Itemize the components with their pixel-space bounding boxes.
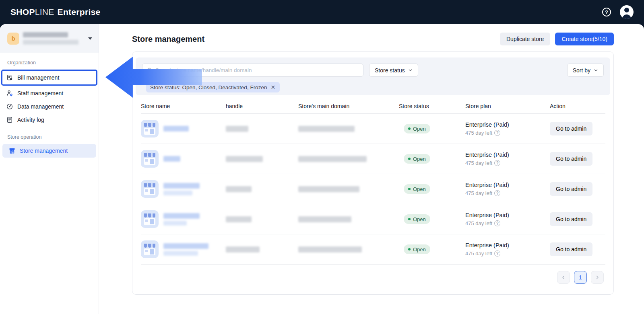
app-shell: b Organization Bill management Staff man…	[0, 24, 644, 314]
chevron-down-icon	[408, 68, 413, 72]
search-icon	[147, 67, 153, 73]
sidebar-item-label: Store management	[20, 148, 68, 154]
main-domain-redacted	[298, 156, 367, 162]
sidebar-item-activity-log[interactable]: Activity log	[0, 113, 99, 126]
plan-days-left: 475 day left	[465, 190, 492, 196]
question-icon[interactable]: ?	[494, 250, 500, 257]
table-row: Open Enterprise (Paid) 475 day left? Go …	[141, 174, 605, 204]
organization-avatar: b	[7, 33, 19, 45]
logo-enterprise: Enterprise	[58, 7, 101, 17]
filter-panel: Store status Sort by Store status: Open,…	[136, 57, 610, 95]
status-dot-icon	[408, 248, 411, 250]
organization-name-redacted	[23, 32, 78, 45]
go-to-admin-button[interactable]: Go to admin	[550, 152, 592, 166]
top-bar: SHOPLINEEnterprise ?	[0, 0, 644, 24]
section-label-organization: Organization	[0, 58, 99, 70]
main-content: Store management Duplicate store Create …	[99, 24, 644, 314]
search-box	[142, 64, 363, 77]
sort-by-dropdown-label: Sort by	[573, 67, 590, 74]
duplicate-store-button[interactable]: Duplicate store	[500, 33, 550, 45]
main-domain-redacted	[298, 186, 359, 192]
data-icon	[6, 103, 13, 110]
store-plan-name: Enterprise (Paid)	[465, 152, 550, 158]
handle-redacted	[226, 216, 252, 222]
question-icon[interactable]: ?	[494, 130, 500, 136]
sidebar-item-label: Data management	[17, 103, 64, 110]
help-icon[interactable]: ?	[602, 8, 611, 16]
prev-page-button[interactable]	[557, 271, 570, 284]
table-row: Open Enterprise (Paid) 475 day left? Go …	[141, 144, 605, 174]
go-to-admin-button[interactable]: Go to admin	[550, 182, 592, 196]
section-label-store-operation: Store operation	[0, 133, 99, 144]
sidebar-item-label: Staff management	[17, 90, 63, 96]
question-icon[interactable]: ?	[494, 190, 500, 196]
store-name-redacted[interactable]	[163, 243, 208, 256]
activity-log-icon	[6, 116, 13, 123]
sidebar-item-staff-management[interactable]: Staff management	[0, 86, 99, 100]
create-store-button[interactable]: Create store(5/10)	[555, 33, 614, 45]
status-dot-icon	[408, 218, 411, 220]
page-title: Store management	[132, 35, 204, 44]
store-plan-name: Enterprise (Paid)	[465, 182, 550, 188]
store-list-card: Store status Sort by Store status: Open,…	[132, 51, 614, 295]
main-domain-redacted	[298, 216, 351, 222]
question-icon[interactable]: ?	[494, 220, 500, 226]
remove-filter-icon[interactable]: ✕	[270, 84, 275, 90]
sidebar-item-bill-management[interactable]: Bill management	[1, 70, 97, 86]
col-handle: handle	[226, 103, 298, 109]
table-body: Open Enterprise (Paid) 475 day left? Go …	[141, 114, 605, 265]
store-name-redacted[interactable]	[163, 126, 189, 131]
store-thumbnail-icon	[141, 180, 159, 198]
plan-days-left: 475 day left	[465, 160, 492, 166]
bill-icon	[6, 74, 13, 81]
col-store-status: Store status	[399, 103, 465, 109]
store-thumbnail-icon	[141, 240, 159, 258]
sort-by-dropdown[interactable]: Sort by	[567, 64, 604, 77]
status-badge: Open	[404, 244, 430, 254]
store-thumbnail-icon	[141, 150, 159, 168]
sidebar: b Organization Bill management Staff man…	[0, 24, 99, 314]
search-input[interactable]	[155, 67, 359, 73]
sidebar-nav: Organization Bill management Staff manag…	[0, 53, 99, 158]
store-name-redacted[interactable]	[163, 183, 200, 195]
store-name-redacted[interactable]	[163, 156, 180, 162]
status-badge: Open	[404, 154, 430, 164]
table-row: Open Enterprise (Paid) 475 day left? Go …	[141, 114, 605, 144]
table-row: Open Enterprise (Paid) 475 day left? Go …	[141, 204, 605, 234]
chevron-right-icon	[595, 275, 600, 280]
chevron-down-icon	[88, 37, 92, 40]
main-domain-redacted	[298, 126, 355, 132]
question-icon[interactable]: ?	[494, 160, 500, 166]
organization-switcher[interactable]: b	[0, 24, 99, 53]
status-dot-icon	[408, 158, 411, 160]
col-action: Action	[550, 103, 605, 109]
go-to-admin-button[interactable]: Go to admin	[550, 122, 592, 135]
handle-redacted	[226, 126, 248, 132]
store-plan-name: Enterprise (Paid)	[465, 242, 550, 248]
sidebar-item-data-management[interactable]: Data management	[0, 100, 99, 113]
pagination: 1	[136, 271, 604, 284]
user-avatar-icon[interactable]	[620, 5, 634, 19]
go-to-admin-button[interactable]: Go to admin	[550, 212, 592, 226]
store-status-dropdown[interactable]: Store status	[369, 64, 418, 77]
table-row: Open Enterprise (Paid) 475 day left? Go …	[141, 234, 605, 265]
col-store-name: Store name	[141, 103, 226, 109]
handle-redacted	[226, 246, 260, 252]
sidebar-item-label: Activity log	[17, 117, 44, 123]
active-filter-chip: Store status: Open, Closed, Deactivated,…	[146, 82, 280, 92]
next-page-button[interactable]	[591, 271, 604, 284]
sidebar-item-store-management[interactable]: Store management	[2, 144, 96, 158]
status-badge: Open	[404, 124, 430, 133]
handle-redacted	[226, 156, 263, 162]
store-name-redacted[interactable]	[163, 213, 200, 226]
chevron-down-icon	[594, 68, 598, 72]
store-status-dropdown-label: Store status	[375, 67, 405, 74]
store-plan-name: Enterprise (Paid)	[465, 212, 550, 218]
logo-shop: SHOP	[10, 7, 35, 17]
go-to-admin-button[interactable]: Go to admin	[550, 242, 592, 256]
col-main-domain: Store's main domain	[298, 103, 399, 109]
store-thumbnail-icon	[141, 120, 159, 138]
table-header-row: Store name handle Store's main domain St…	[141, 99, 605, 114]
page-number-button[interactable]: 1	[574, 271, 587, 284]
status-badge: Open	[404, 184, 430, 194]
